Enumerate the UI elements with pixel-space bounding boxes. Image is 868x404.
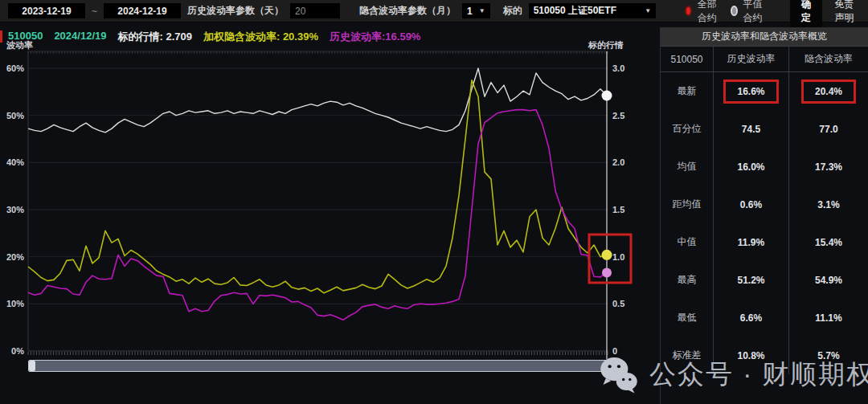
table-row: 均值 16.0% 17.3% (661, 148, 868, 186)
series-volatility (28, 80, 607, 293)
volatility-chart: 60%50%40%30%20%10%0%3.02.52.01.51.00.50波… (0, 0, 659, 404)
highlight-box (589, 235, 631, 283)
underlying-label: 标的 (503, 4, 522, 18)
panel-column-iv: 隐含波动率 (789, 47, 868, 71)
table-row: 距均值 0.6% 3.1% (661, 186, 868, 223)
volatility-app: ~ 历史波动率参数（天） 隐含波动率参数（月） 1 ▼ 标的 510050 上证… (0, 0, 868, 404)
left-axis-tick: 0% (11, 346, 24, 356)
radio-all-contracts[interactable] (685, 6, 692, 16)
table-row: 中值 11.9% 15.4% (661, 223, 868, 261)
right-axis-tick: 3.0 (612, 63, 624, 73)
price-label: 标的行情: 2.709 (117, 30, 191, 44)
table-row: 最低 6.6% 11.1% (661, 299, 868, 337)
left-axis-tick: 50% (6, 111, 24, 120)
panel-column-hv: 历史波动率 (714, 47, 789, 71)
start-date-input[interactable] (8, 3, 85, 18)
weighted-iv-label: 加权隐含波动率: 20.39% (203, 30, 318, 44)
scrollbar-handle[interactable] (29, 361, 35, 371)
hv-label: 历史波动率:16.59% (330, 30, 420, 44)
chevron-down-icon: ▼ (473, 7, 485, 14)
table-row: 最新 16.6% 20.4% (661, 72, 868, 110)
series-price (28, 68, 607, 133)
wechat-icon (598, 353, 640, 395)
panel-column-code: 510050 (661, 47, 714, 71)
quote-date: 2024/12/19 (54, 30, 106, 44)
radio-all-label: 全部合约 (698, 0, 717, 25)
disclaimer-link[interactable]: 免责声明 (835, 0, 860, 25)
radio-atm-contracts[interactable] (731, 6, 738, 16)
iv-month-select[interactable]: 1 ▼ (462, 3, 490, 18)
radio-atm-label: 平值合约 (743, 0, 763, 25)
price-dot (602, 91, 612, 101)
date-range-separator: ~ (92, 6, 97, 17)
right-axis-tick: 2.0 (612, 157, 624, 167)
right-axis-tick: 2.5 (612, 111, 624, 120)
hv-latest-highlight: 16.6% (723, 80, 778, 104)
red-marker (0, 31, 2, 43)
left-axis-tick: 20% (6, 252, 24, 262)
series-volatility (28, 110, 607, 320)
left-axis-tick: 30% (6, 205, 24, 214)
right-axis-tick: 1.0 (612, 252, 624, 262)
underlying-code: 510050 (8, 30, 43, 44)
table-row: 最高 51.2% 54.9% (661, 261, 868, 299)
iv-param-label: 隐含波动率参数（月） (359, 4, 456, 18)
table-row: 百分位 74.5 77.0 (661, 110, 868, 148)
toolbar: ~ 历史波动率参数（天） 隐含波动率参数（月） 1 ▼ 标的 510050 上证… (0, 0, 868, 22)
end-date-input[interactable] (104, 3, 181, 18)
hv-param-input[interactable] (290, 3, 340, 18)
hv-param-label: 历史波动率参数（天） (187, 4, 284, 18)
contract-radio-group: 全部合约 平值合约 (685, 0, 771, 25)
watermark: 公众号 · 财顺期权 (598, 352, 868, 397)
panel-title: 历史波动率和隐含波动率概览 (661, 27, 868, 46)
underlying-select[interactable]: 510050 上证50ETF ▼ (529, 3, 657, 18)
left-axis-tick: 40% (6, 157, 24, 167)
watermark-text: 公众号 · 财顺期权 (649, 357, 868, 393)
iv-latest-highlight: 20.4% (801, 80, 856, 104)
overview-panel: 历史波动率和隐含波动率概览 510050 历史波动率 隐含波动率 最新 16.6… (660, 27, 868, 404)
right-axis-title: 标的行情 (588, 40, 624, 50)
underlying-value: 510050 上证50ETF (534, 4, 616, 18)
panel-header: 510050 历史波动率 隐含波动率 (661, 46, 868, 72)
left-axis-tick: 10% (6, 299, 24, 308)
right-axis-tick: 1.5 (612, 205, 624, 214)
iv-dot (602, 250, 612, 260)
hv-dot (602, 268, 612, 278)
chart-subtitle: 510050 2024/12/19 标的行情: 2.709 加权隐含波动率: 2… (8, 30, 420, 44)
horizontal-scrollbar[interactable] (28, 360, 608, 372)
right-axis-tick: 0.5 (612, 299, 624, 308)
left-axis-tick: 60% (6, 63, 24, 73)
iv-month-value: 1 (467, 6, 473, 17)
confirm-button[interactable]: 确定 (790, 0, 822, 27)
chevron-down-icon: ▼ (638, 7, 651, 14)
